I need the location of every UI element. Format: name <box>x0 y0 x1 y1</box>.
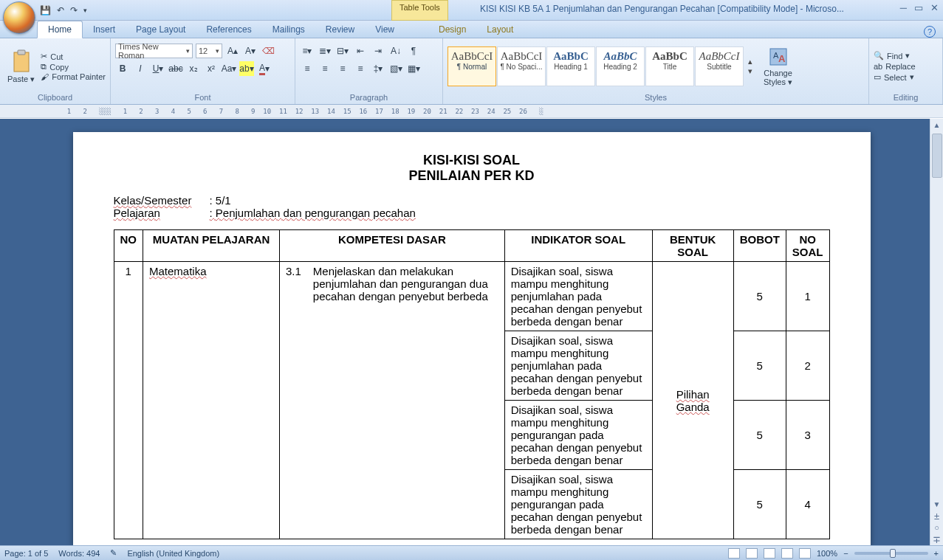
office-button[interactable] <box>3 1 35 34</box>
zoom-slider[interactable] <box>854 552 928 555</box>
horizontal-ruler[interactable]: 1 2 ░░░ 1 2 3 4 5 6 7 8 9 10 11 12 13 14… <box>0 105 943 118</box>
style-no-spacing[interactable]: AaBbCcI¶ No Spaci... <box>497 46 546 86</box>
save-icon[interactable]: 💾 <box>40 5 51 15</box>
change-case-button[interactable]: Aa▾ <box>222 61 236 76</box>
subscript-button[interactable]: x₂ <box>186 61 201 76</box>
change-styles-button[interactable]: AA Change Styles ▾ <box>761 45 795 88</box>
style-heading1[interactable]: AaBbCHeading 1 <box>546 46 595 86</box>
clear-format-button[interactable]: ⌫ <box>261 44 275 58</box>
inc-indent-button[interactable]: ⇥ <box>371 44 385 58</box>
tab-review[interactable]: Review <box>315 21 365 38</box>
meta-row-2: Pelajaran: Penjumlahan dan pengurangan p… <box>114 207 830 219</box>
next-page-icon[interactable]: ∓ <box>930 533 943 545</box>
th-bentuk: BENTUK SOAL <box>652 230 733 262</box>
strike-button[interactable]: abc <box>168 61 183 76</box>
align-center-button[interactable]: ≡ <box>318 61 332 76</box>
cell-indikator: Disajikan soal, siswa mampu menghitung p… <box>504 401 652 470</box>
outline-view-button[interactable] <box>781 548 793 559</box>
select-button[interactable]: ▭Select ▾ <box>874 72 914 82</box>
restore-button[interactable]: ▭ <box>914 2 923 13</box>
help-button[interactable]: ? <box>924 26 936 38</box>
find-button[interactable]: 🔍Find ▾ <box>874 51 910 61</box>
status-words[interactable]: Words: 494 <box>58 549 100 558</box>
style-normal[interactable]: AaBbCcI¶ Normal <box>448 46 496 86</box>
scroll-up-icon[interactable]: ▲ <box>930 119 943 131</box>
zoom-out-button[interactable]: − <box>843 549 848 558</box>
prev-page-icon[interactable]: ± <box>930 510 943 522</box>
font-group-label: Font <box>115 92 290 103</box>
font-size-select[interactable]: 12▾ <box>196 44 222 58</box>
clipboard-group-label: Clipboard <box>4 92 106 103</box>
zoom-slider-thumb[interactable] <box>890 549 896 558</box>
line-spacing-button[interactable]: ‡▾ <box>371 61 385 76</box>
zoom-in-button[interactable]: + <box>934 549 939 558</box>
paste-button[interactable]: Paste ▾ <box>4 48 38 85</box>
cut-button[interactable]: ✂ Cut <box>41 52 106 61</box>
copy-button[interactable]: ⧉ Copy <box>41 62 106 72</box>
font-name-select[interactable]: Times New Roman▾ <box>115 44 193 58</box>
shading-button[interactable]: ▧▾ <box>388 61 403 76</box>
minimize-button[interactable]: ─ <box>900 2 907 13</box>
italic-button[interactable]: I <box>133 61 148 76</box>
tab-mailings[interactable]: Mailings <box>262 21 315 38</box>
font-color-button[interactable]: A▾ <box>257 61 272 76</box>
shrink-font-button[interactable]: A▾ <box>243 44 258 58</box>
styles-more-button[interactable]: ▴▾ <box>744 57 756 76</box>
borders-button[interactable]: ▦▾ <box>406 61 421 76</box>
cell-no-soal: 2 <box>786 331 829 401</box>
format-painter-button[interactable]: 🖌 Format Painter <box>41 72 106 81</box>
tab-references[interactable]: References <box>196 21 261 38</box>
vertical-scrollbar[interactable]: ▲ ▼ ± ○ ∓ <box>930 119 943 545</box>
underline-button[interactable]: U▾ <box>151 61 165 76</box>
style-name: ¶ Normal <box>448 63 495 71</box>
web-layout-view-button[interactable] <box>764 548 775 559</box>
cell-indikator: Disajikan soal, siswa mampu menghitung p… <box>504 331 652 401</box>
paste-label: Paste <box>7 75 28 83</box>
tab-layout[interactable]: Layout <box>476 21 524 38</box>
change-styles-icon: AA <box>768 46 789 67</box>
dec-indent-button[interactable]: ⇤ <box>353 44 368 58</box>
doc-table[interactable]: NO MUATAN PELAJARAN KOMPETESI DASAR INDI… <box>114 229 830 539</box>
justify-button[interactable]: ≡ <box>353 61 368 76</box>
tab-page-layout[interactable]: Page Layout <box>126 21 196 38</box>
replace-button[interactable]: abReplace <box>874 62 916 71</box>
style-name: ¶ No Spaci... <box>498 63 545 71</box>
style-name: Heading 1 <box>547 63 594 71</box>
browse-object-icon[interactable]: ○ <box>930 522 943 533</box>
undo-icon[interactable]: ↶ <box>57 5 64 15</box>
superscript-button[interactable]: x² <box>204 61 219 76</box>
tab-design[interactable]: Design <box>428 21 476 38</box>
bold-button[interactable]: B <box>115 61 130 76</box>
scroll-down-icon[interactable]: ▼ <box>930 498 943 510</box>
grow-font-button[interactable]: A▴ <box>225 44 240 58</box>
style-heading2[interactable]: AaBbCHeading 2 <box>596 46 645 86</box>
scroll-thumb[interactable] <box>932 134 942 178</box>
numbering-button[interactable]: ≣▾ <box>318 44 332 58</box>
bullets-button[interactable]: ≡▾ <box>300 44 315 58</box>
status-language[interactable]: English (United Kingdom) <box>127 549 219 558</box>
style-subtitle[interactable]: AaBbCcISubtitle <box>695 46 744 86</box>
copy-label: Copy <box>49 63 69 72</box>
print-layout-view-button[interactable] <box>728 548 740 559</box>
style-title[interactable]: AaBbCTitle <box>645 46 694 86</box>
highlight-button[interactable]: ab▾ <box>239 61 254 76</box>
cell-subject: Matematika <box>143 262 280 539</box>
tab-view[interactable]: View <box>365 21 405 38</box>
multilevel-button[interactable]: ⊟▾ <box>335 44 350 58</box>
redo-icon[interactable]: ↷ <box>70 5 78 15</box>
tab-home[interactable]: Home <box>37 21 83 38</box>
draft-view-button[interactable] <box>799 548 811 559</box>
full-screen-view-button[interactable] <box>746 548 758 559</box>
align-right-button[interactable]: ≡ <box>335 61 350 76</box>
close-button[interactable]: ✕ <box>930 2 939 13</box>
status-page[interactable]: Page: 1 of 5 <box>4 549 48 558</box>
show-marks-button[interactable]: ¶ <box>406 44 421 58</box>
proofing-icon[interactable]: ✎ <box>110 548 117 558</box>
zoom-level[interactable]: 100% <box>817 549 837 558</box>
sort-button[interactable]: A↓ <box>388 44 403 58</box>
align-left-button[interactable]: ≡ <box>300 61 315 76</box>
svg-rect-1 <box>18 50 25 55</box>
tab-insert[interactable]: Insert <box>83 21 126 38</box>
select-label: Select <box>884 73 907 82</box>
qat-more-icon[interactable]: ▾ <box>83 7 87 14</box>
